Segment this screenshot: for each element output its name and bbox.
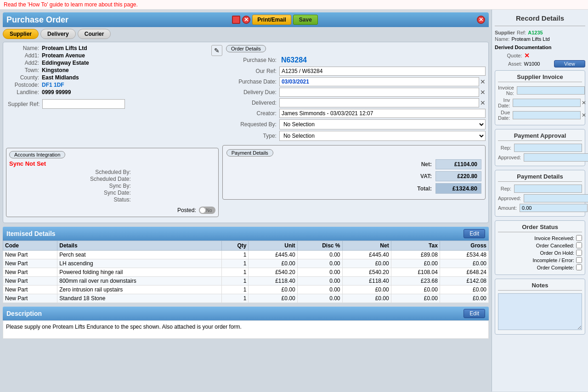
itemised-section: Itemised Details Edit Code Details Qty U… <box>3 227 489 303</box>
table-row: New Part Perch seat 1 £445.40 0.00 £445.… <box>3 251 489 259</box>
table-row: New Part 800mm rail over run downstairs … <box>3 277 489 286</box>
description-content: Please supply one Proteam Lifts Enduranc… <box>3 320 489 339</box>
approval-rep-input[interactable] <box>514 144 582 152</box>
save-button[interactable]: Save <box>293 15 318 25</box>
cancel-button[interactable]: ✕ <box>242 16 250 24</box>
tab-delivery[interactable]: Delivery <box>40 29 76 39</box>
stop-button[interactable] <box>232 16 240 24</box>
purchase-date-clear[interactable]: ✕ <box>480 78 486 85</box>
supplier-invoice-section: Supplier Invoice Invoice No: Inv Date: ✕… <box>495 70 585 125</box>
posted-toggle[interactable]: No <box>199 207 215 214</box>
quote-x-icon: ✕ <box>524 52 552 59</box>
content-area: ✎ Name:Proteam Lifts Ltd Add1:Proteam Av… <box>3 42 489 223</box>
supplier-ref-val: A1235 <box>528 30 543 35</box>
payment-amount-input[interactable] <box>520 204 588 212</box>
right-payment-section: Payment Details Rep: Approved: Amount: <box>495 170 585 217</box>
invoice-received-checkbox[interactable] <box>576 235 582 241</box>
payment-label: Payment Details <box>226 149 273 157</box>
col-gross: Gross <box>440 241 488 251</box>
table-row: New Part Standard 18 Stone 1 £0.00 0.00 … <box>3 294 489 303</box>
col-unit: Unit <box>249 241 297 251</box>
order-on-hold-checkbox[interactable] <box>576 250 582 256</box>
delivered-input[interactable] <box>279 98 479 107</box>
vat-value: £220.80 <box>435 171 481 181</box>
supplier-section: ✎ Name:Proteam Lifts Ltd Add1:Proteam Av… <box>6 45 222 142</box>
table-row: New Part LH ascending 1 £0.00 0.00 £0.00… <box>3 259 489 268</box>
net-value: £1104.00 <box>435 159 481 169</box>
itemised-edit-button[interactable]: Edit <box>464 229 485 238</box>
page-title: Purchase Order <box>6 15 68 25</box>
incomplete-error-checkbox[interactable] <box>576 257 582 263</box>
delivered-clear[interactable]: ✕ <box>480 99 486 106</box>
right-panel: Record Details Supplier Ref: A1235 Name:… <box>492 10 588 392</box>
itemised-title: Itemised Details <box>6 230 56 237</box>
due-date-input[interactable] <box>513 111 581 119</box>
col-qty: Qty <box>221 241 249 251</box>
accounts-section: Accounts Integration Sync Not Set Schedu… <box>6 148 219 217</box>
col-details: Details <box>57 241 221 251</box>
order-cancelled-checkbox[interactable] <box>576 242 582 248</box>
itemised-table: Code Details Qty Unit Disc % Net Tax Gro… <box>3 241 489 303</box>
order-status-section: Order Status Invoice Received: Order Can… <box>495 220 585 275</box>
order-details-section: Order Details Purchase No: N63284 Our Re… <box>226 45 486 142</box>
tab-supplier[interactable]: Supplier <box>3 29 39 39</box>
tab-row: Supplier Delivery Courier <box>3 29 489 39</box>
description-section: Description Edit Please supply one Prote… <box>3 307 489 339</box>
sync-not-set: Sync Not Set <box>9 160 215 167</box>
due-date-clear[interactable]: ✕ <box>582 112 586 118</box>
print-email-button[interactable]: Print/Email <box>252 15 291 25</box>
page-header: Purchase Order ✕ Print/Email Save ✕ <box>3 12 489 27</box>
order-complete-checkbox[interactable] <box>576 264 582 270</box>
order-details-label: Order Details <box>226 45 266 52</box>
record-details-title: Record Details <box>495 12 585 26</box>
tab-courier[interactable]: Courier <box>78 29 111 39</box>
table-row: New Part Zero intrusion rail upstairs 1 … <box>3 286 489 294</box>
description-edit-button[interactable]: Edit <box>464 309 485 318</box>
approval-approved-input[interactable] <box>524 153 588 162</box>
type-select[interactable]: No Selection <box>279 131 486 141</box>
total-value: £1324.80 <box>435 183 481 194</box>
col-net: Net <box>342 241 391 251</box>
col-tax: Tax <box>391 241 440 251</box>
asset-view-button[interactable]: View <box>554 60 585 67</box>
description-title: Description <box>6 310 42 317</box>
notes-section: Notes <box>495 279 585 335</box>
supplier-edit-button[interactable]: ✎ <box>211 45 222 56</box>
table-row: New Part Powered folding hinge rail 1 £5… <box>3 268 489 277</box>
purchase-date-input[interactable] <box>279 77 479 86</box>
purchase-no-value: N63284 <box>279 55 486 65</box>
col-disc: Disc % <box>297 241 342 251</box>
delivery-due-clear[interactable]: ✕ <box>480 89 486 96</box>
col-code: Code <box>3 241 57 251</box>
payment-rep-input[interactable] <box>514 185 582 193</box>
notes-textarea[interactable] <box>498 293 582 330</box>
inv-date-input[interactable] <box>513 99 581 107</box>
delivery-due-input[interactable] <box>279 88 479 97</box>
payment-section: Payment Details Net: £1104.00 VAT: £220.… <box>222 145 486 200</box>
our-ref-input[interactable] <box>279 67 486 76</box>
close-button[interactable]: ✕ <box>477 16 485 24</box>
inv-date-clear[interactable]: ✕ <box>582 100 586 106</box>
supplier-ref-input[interactable] <box>42 99 125 109</box>
payment-approved-input[interactable] <box>524 194 588 202</box>
payment-approval-section: Payment Approval Rep: Approved: ✕ <box>495 129 585 166</box>
top-banner: Read the 'How To' guide to learn more ab… <box>0 0 588 10</box>
requested-by-select[interactable]: No Selection <box>279 119 486 129</box>
invoice-no-input[interactable] <box>517 86 585 95</box>
creator-input <box>279 109 486 118</box>
supplier-info: Name:Proteam Lifts Ltd Add1:Proteam Aven… <box>6 45 222 95</box>
accounts-title: Accounts Integration <box>9 151 65 158</box>
